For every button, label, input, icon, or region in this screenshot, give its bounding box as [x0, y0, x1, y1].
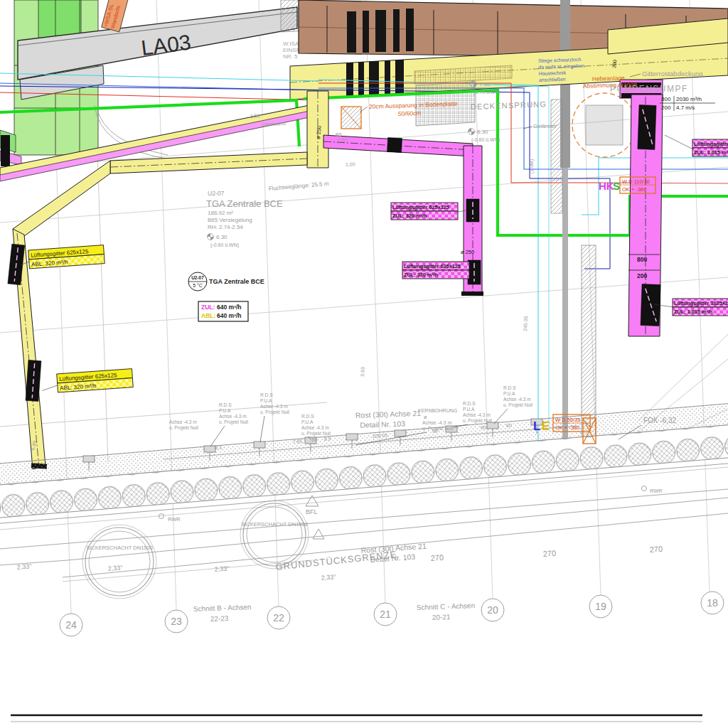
- grille-zul2-line2: ZUL: 320 m³/h: [404, 272, 438, 278]
- supply-duct-right: 800 200: [620, 80, 663, 336]
- dim-88: 88: [311, 437, 317, 442]
- survey-triangle: [313, 529, 324, 539]
- elev630b-value: 6.30: [216, 234, 228, 240]
- kern-2: ø: [424, 414, 427, 419]
- rds-d1: R.D.S: [463, 401, 476, 406]
- schnitt-b-1: Schnitt B - Achsen: [193, 603, 252, 613]
- blue-note-4: anschließen: [539, 77, 566, 82]
- dim-50: 50: [506, 422, 512, 428]
- room-tag-top: U2-07: [191, 275, 204, 280]
- axis-22: 22: [273, 612, 284, 623]
- airflow-box: ZUL: 640 m³/h ABL: 640 m³/h: [198, 301, 248, 321]
- pumpensumpf-label: PUMPENSUMPF: [610, 84, 688, 94]
- axis-23: 23: [171, 616, 182, 627]
- sheet-fold-lines: [11, 715, 702, 722]
- elev630b-sub: (-0.60 ü.WN): [210, 242, 239, 248]
- dim-393: 3.93: [360, 367, 365, 377]
- rds-b2: P.U.A: [260, 398, 272, 403]
- room-height: RH: 2.74-2.54: [208, 224, 243, 230]
- grille-zul1-line1: Lüftungsgitter 625x125: [392, 204, 449, 210]
- hks-hk: HK: [599, 180, 614, 192]
- dim-m700: -7.00: [336, 138, 347, 143]
- dim-20005: 200.05: [373, 433, 388, 439]
- kern-4: u. Projekt Null: [422, 426, 454, 432]
- tga-room-block: U2-07 TGA Zentrale BCE 186.92 m² B65 Ver…: [206, 190, 283, 248]
- angle-2: 2,33°: [107, 564, 123, 572]
- kern-1: KERNBOHRUNG: [418, 408, 457, 413]
- elev700-value: 7.00: [479, 81, 491, 87]
- wall-slot-label: +WSA-SL Wandschr.: [102, 0, 130, 32]
- grille-label-abl-1: Lüftungsgitter 625x125 ABL: 320 m³/h: [20, 245, 105, 269]
- room-number: U2-07: [208, 190, 224, 197]
- pump-flow-annotation: 800 2030 m³/h 200 4.7 m/s: [660, 96, 715, 111]
- elev630a-value: 6.30: [477, 129, 488, 135]
- dim-358: 3.58: [250, 113, 260, 119]
- dim-90a: 90: [432, 428, 438, 434]
- rds-b1: R.D.S: [260, 392, 273, 397]
- grille-zul2-line1: Lüftungsgitter 625x125: [404, 263, 461, 269]
- airflow-abl-key: ABL:: [201, 312, 215, 319]
- rds-c1: R.D.S: [301, 414, 314, 419]
- schnitt-c-1: Schnitt C - Achsen: [417, 601, 476, 611]
- room-floor: B65 Versiegelung: [208, 217, 252, 223]
- dia250-1: ø 250: [315, 125, 323, 139]
- rost1-line1: Rost (30t) Achse 21: [355, 409, 422, 419]
- elev700-sub: (0.70 ü.WN): [473, 90, 500, 95]
- rds-a3: Achse -4.3 m: [219, 414, 247, 419]
- grille-label-zul-2: Lüftungsgitter 625x125 ZUL: 320 m³/h: [402, 262, 469, 279]
- room-name: TGA Zentrale BCE: [206, 198, 283, 209]
- elev630a-sub: (-0.60 ü.WN): [471, 137, 500, 143]
- room-tag-bottom: 5 °C: [193, 283, 203, 288]
- axis-18: 18: [707, 597, 718, 609]
- pumpflow-w: 800: [661, 96, 671, 102]
- room-area: 186.92 m²: [208, 210, 233, 216]
- angle-4: 2,33°: [321, 573, 336, 582]
- rds-e4: u. Projekt Null: [503, 402, 533, 408]
- duct-dim-height: 200: [637, 272, 647, 279]
- pumpflow-h: 200: [661, 105, 671, 111]
- rds-e1: R.D.S: [503, 385, 516, 390]
- spot-elevation-630b: 6.30 (-0.60 ü.WN): [208, 234, 240, 249]
- rds-d2: P.U.A: [463, 407, 475, 412]
- axis-bubbles: 24 23 22 21 20 19 18: [60, 592, 724, 636]
- axis-20: 20: [487, 604, 498, 616]
- airflow-abl-value: 640 m³/h: [217, 312, 242, 319]
- airflow-zul-key: ZUL:: [201, 304, 215, 311]
- dim-90b: 90: [481, 424, 486, 430]
- aussparung-note-2: 50/60cm: [398, 109, 422, 117]
- room-tag: U2-07 5 °C TGA Zentrale BCE: [188, 272, 264, 291]
- floor-opening-box: [341, 107, 361, 129]
- axis-21: 21: [380, 609, 391, 620]
- grille-big1-line1: Lüftungsgitter 1025x225: [694, 141, 728, 147]
- rost-detail-1: Rost (30t) Achse 21 Detail Nr. 103: [355, 409, 422, 429]
- dim-b1: B.1: [215, 444, 223, 450]
- grille-big2-line1: Lüftungsgitter 1025x225: [674, 300, 728, 306]
- schnitt-labels: Schnitt B - Achsen 22-23 Schnitt C - Ach…: [193, 601, 476, 623]
- deckensprung-label: DECKENSPRUNG: [471, 100, 547, 111]
- dim-200-vertical: 200: [611, 60, 617, 69]
- dim-270-1: 270: [430, 553, 444, 562]
- topnote-3: NR. 5: [283, 53, 298, 60]
- grille-label-big-2: Lüftungsgitter 1025x225 ZUL: 1.015 m³/h: [654, 299, 728, 316]
- cad-drawing-viewport: LA03 +WSA-SL Wandschr. W.ISA EINSPR NR. …: [0, 0, 728, 728]
- grille-label-abl-2: Lüftungsgitter 625x125 ABL: 320 m³/h: [41, 369, 134, 394]
- rds-a2: P.U.A: [219, 408, 231, 413]
- rwr-marker-right: RWR: [642, 486, 663, 495]
- hks-s: S: [613, 180, 620, 192]
- rds-a4: u. Projekt Null: [219, 419, 249, 425]
- rwr-right-label: RWR: [650, 488, 663, 494]
- axis-24: 24: [65, 619, 77, 631]
- sicker-shaft-label-2: SICKERSCHACHT DN1500: [241, 521, 308, 528]
- bfl-marker: BFL: [306, 496, 318, 515]
- rds-c2: P.U.A: [301, 419, 314, 424]
- dim-270-3: 270: [649, 545, 663, 554]
- dia250-2: ø 250: [461, 249, 474, 255]
- gelaender-label: Geländer: [533, 123, 557, 129]
- dim-785: 7.85: [293, 439, 303, 444]
- dim-89: 8.9: [324, 436, 331, 441]
- le-box-line2: OK + -380: [555, 424, 579, 431]
- airflow-zul-value: 640 m³/h: [217, 304, 242, 311]
- dim-100: 1.00: [346, 161, 355, 167]
- dim-1om: (1.0M): [529, 159, 535, 173]
- grille-big2-line2: ZUL: 1.015 m³/h: [674, 309, 712, 315]
